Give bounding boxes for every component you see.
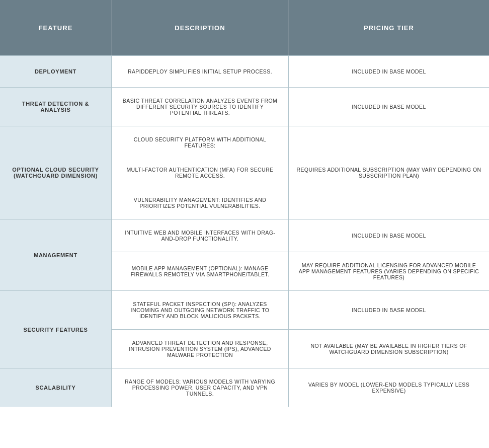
description-cell: STATEFUL PACKET INSPECTION (SPI): ANALYZ… [112,291,289,329]
description-cell: BASIC THREAT CORRELATION ANALYZES EVENTS… [112,88,289,126]
table-row: DEPLOYMENT RAPIDDEPLOY SIMPLIFIES INITIA… [0,55,489,87]
pricing-cell: INCLUDED IN BASE MODEL [289,88,489,126]
table-row-group: SECURITY FEATURES STATEFUL PACKET INSPEC… [0,290,489,368]
pricing-cell: MAY REQUIRE ADDITIONAL LICENSING FOR ADV… [289,252,489,290]
description-cell: INTUITIVE WEB AND MOBILE INTERFACES WITH… [112,219,289,252]
table-row: OPTIONAL CLOUD SECURITY (WATCHGUARD DIME… [0,126,489,219]
description-cell: CLOUD SECURITY PLATFORM WITH ADDITIONAL … [112,126,289,219]
feature-cell: SCALABILITY [0,368,112,407]
pricing-cell: INCLUDED IN BASE MODEL [289,219,489,252]
description-cell: MOBILE APP MANAGEMENT (OPTIONAL): MANAGE… [112,252,289,290]
sub-row: MOBILE APP MANAGEMENT (OPTIONAL): MANAGE… [112,252,489,290]
table-row-group: MANAGEMENT INTUITIVE WEB AND MOBILE INTE… [0,219,489,290]
table-body: DEPLOYMENT RAPIDDEPLOY SIMPLIFIES INITIA… [0,55,489,407]
feature-cell: OPTIONAL CLOUD SECURITY (WATCHGUARD DIME… [0,126,112,219]
sub-row: INTUITIVE WEB AND MOBILE INTERFACES WITH… [112,219,489,252]
feature-cell: MANAGEMENT [0,219,112,290]
sub-rows-container: STATEFUL PACKET INSPECTION (SPI): ANALYZ… [112,291,489,368]
description-cell: RANGE OF MODELS: VARIOUS MODELS WITH VAR… [112,368,289,407]
pricing-cell: INCLUDED IN BASE MODEL [289,56,489,87]
header-description: DESCRIPTION [112,0,289,55]
header-pricing: PRICING TIER [289,0,489,55]
feature-cell: DEPLOYMENT [0,56,112,87]
header-feature: FEATURE [0,0,112,55]
table-row: SCALABILITY RANGE OF MODELS: VARIOUS MOD… [0,368,489,407]
sub-rows-container: INTUITIVE WEB AND MOBILE INTERFACES WITH… [112,219,489,290]
pricing-cell: NOT AVAILABLE (MAY BE AVAILABLE IN HIGHE… [289,330,489,368]
pricing-cell: INCLUDED IN BASE MODEL [289,291,489,329]
pricing-cell: VARIES BY MODEL (LOWER-END MODELS TYPICA… [289,368,489,407]
sub-row: STATEFUL PACKET INSPECTION (SPI): ANALYZ… [112,291,489,330]
comparison-table: FEATURE DESCRIPTION PRICING TIER DEPLOYM… [0,0,489,407]
description-cell: ADVANCED THREAT DETECTION AND RESPONSE, … [112,330,289,368]
pricing-cell: REQUIRES ADDITIONAL SUBSCRIPTION (MAY VA… [289,126,489,219]
sub-row: ADVANCED THREAT DETECTION AND RESPONSE, … [112,330,489,368]
feature-cell: THREAT DETECTION & ANALYSIS [0,88,112,126]
description-cell: RAPIDDEPLOY SIMPLIFIES INITIAL SETUP PRO… [112,56,289,87]
feature-cell: SECURITY FEATURES [0,291,112,368]
table-row: THREAT DETECTION & ANALYSIS BASIC THREAT… [0,87,489,126]
table-header: FEATURE DESCRIPTION PRICING TIER [0,0,489,55]
